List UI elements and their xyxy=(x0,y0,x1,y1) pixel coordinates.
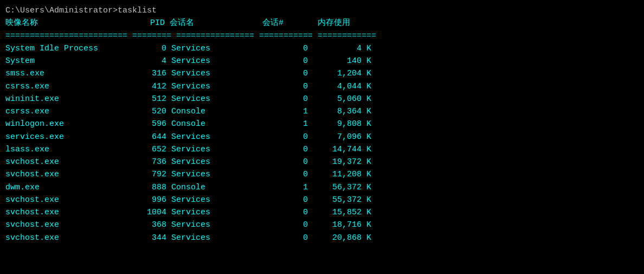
table-row: services.exe 644 Services 0 7,096 K xyxy=(5,131,639,143)
table-row: wininit.exe 512 Services 0 5,060 K xyxy=(5,93,639,105)
table-row: svchost.exe 368 Services 0 18,716 K xyxy=(5,219,639,231)
separator: ========================= ======== =====… xyxy=(5,30,639,42)
terminal-window: C:\Users\Administrator>tasklist 映像名称 PID… xyxy=(0,0,644,274)
table-row: svchost.exe 736 Services 0 19,372 K xyxy=(5,156,639,168)
table-row: svchost.exe 792 Services 0 11,208 K xyxy=(5,168,639,181)
column-headers: 映像名称 PID 会话名 会话# 内存使用 xyxy=(5,17,639,29)
table-row: csrss.exe 520 Console 1 8,364 K xyxy=(5,105,639,118)
command-prompt: C:\Users\Administrator>tasklist xyxy=(5,4,639,17)
table-header: 映像名称 PID 会话名 会话# 内存使用 ==================… xyxy=(5,17,639,42)
process-list: System Idle Process 0 Services 0 4 KSyst… xyxy=(5,42,639,244)
table-row: lsass.exe 652 Services 0 14,744 K xyxy=(5,143,639,156)
table-row: csrss.exe 412 Services 0 4,044 K xyxy=(5,80,639,93)
table-row: svchost.exe 1004 Services 0 15,852 K xyxy=(5,206,639,219)
table-row: svchost.exe 996 Services 0 55,372 K xyxy=(5,194,639,206)
table-row: System 4 Services 0 140 K xyxy=(5,55,639,67)
table-row: svchost.exe 344 Services 0 20,868 K xyxy=(5,232,639,244)
table-row: dwm.exe 888 Console 1 56,372 K xyxy=(5,181,639,194)
table-row: System Idle Process 0 Services 0 4 K xyxy=(5,42,639,55)
table-row: winlogon.exe 596 Console 1 9,808 K xyxy=(5,118,639,130)
table-row: smss.exe 316 Services 0 1,204 K xyxy=(5,67,639,80)
